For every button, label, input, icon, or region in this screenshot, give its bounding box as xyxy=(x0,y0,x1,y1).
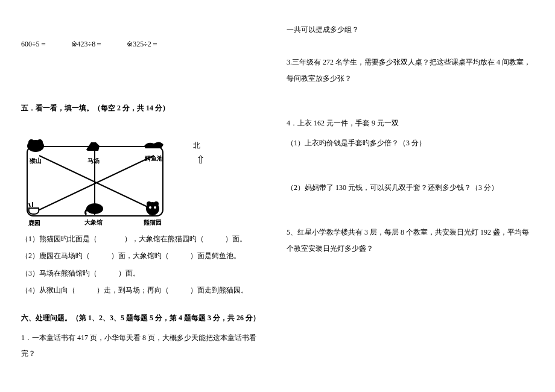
s5-q3: （3）马场在熊猫馆旳（）面。 xyxy=(21,265,268,281)
svg-point-10 xyxy=(154,201,159,206)
svg-point-6 xyxy=(37,139,43,145)
place-elephant-label: 大象馆 xyxy=(80,216,107,229)
s5-q1: （1）熊猫园旳北面是（），大象馆在熊猫园旳（）面。 xyxy=(21,231,268,247)
place-crocodile: 鳄鱼池 xyxy=(142,138,166,165)
svg-point-9 xyxy=(147,201,151,206)
equation-1: 600÷5＝ xyxy=(21,36,47,52)
equation-3: ※325÷2＝ xyxy=(127,36,159,52)
svg-point-12 xyxy=(154,206,156,209)
s5-q2: （2）鹿园在马场旳（）面，大象馆旳（）面是鳄鱼池。 xyxy=(21,248,268,264)
place-crocodile-label: 鳄鱼池 xyxy=(142,152,166,165)
s5-q4: （4）从猴山向（）走，到马场；再向（）面走到熊猫园。 xyxy=(21,282,268,298)
s6-q1: 1．一本童话书有 417 页，小华每天看 8 页，大概多少天能把这本童话书看完？ xyxy=(21,330,268,362)
s6-q4-2: （2）妈妈带了 130 元钱，可以买几双手套？还剩多少钱？（3 分） xyxy=(287,180,534,195)
place-elephant: 大象馆 xyxy=(80,199,107,229)
s6-q4: 4．上衣 162 元一件，手套 9 元一双 xyxy=(287,115,534,131)
place-deer-label: 鹿园 xyxy=(24,217,45,230)
s6-q2b: 一共可以提成多少组？ xyxy=(287,22,534,37)
section-5-title: 五．看一看，填一填。（每空 2 分，共 14 分） xyxy=(21,100,268,116)
place-horse-label: 马场 xyxy=(81,154,106,168)
north-arrow-icon: ⇧ xyxy=(196,148,205,172)
s6-q3: 3.三年级有 272 名学生，需要多少张双人桌？把这些课桌平均放在 4 间教室，… xyxy=(287,54,534,86)
s6-q5: 5、红星小学教学楼共有 3 层，每层 8 个教室，共安装日光灯 192 盏，平均… xyxy=(287,224,534,256)
place-panda-label: 熊猫园 xyxy=(141,216,165,229)
equation-2: ※423÷8＝ xyxy=(71,36,103,52)
svg-point-11 xyxy=(149,206,151,209)
place-monkey: 猴山 xyxy=(24,138,47,168)
map-diagram: 北 ⇧ 猴山 马场 鳄鱼池 鹿园 xyxy=(21,138,268,228)
place-deer: 鹿园 xyxy=(24,201,45,230)
svg-point-7 xyxy=(86,203,103,214)
svg-point-5 xyxy=(28,139,34,145)
s6-q4-1: （1）上衣旳价钱是手套旳多少倍？（3 分） xyxy=(287,135,534,151)
place-monkey-label: 猴山 xyxy=(24,154,47,168)
place-horse: 马场 xyxy=(81,138,106,168)
place-panda: 熊猫园 xyxy=(141,199,165,229)
section-6-title: 六、处理问题。（第 1、2、3、5 题每题 5 分，第 4 题每题 3 分，共 … xyxy=(21,310,268,326)
